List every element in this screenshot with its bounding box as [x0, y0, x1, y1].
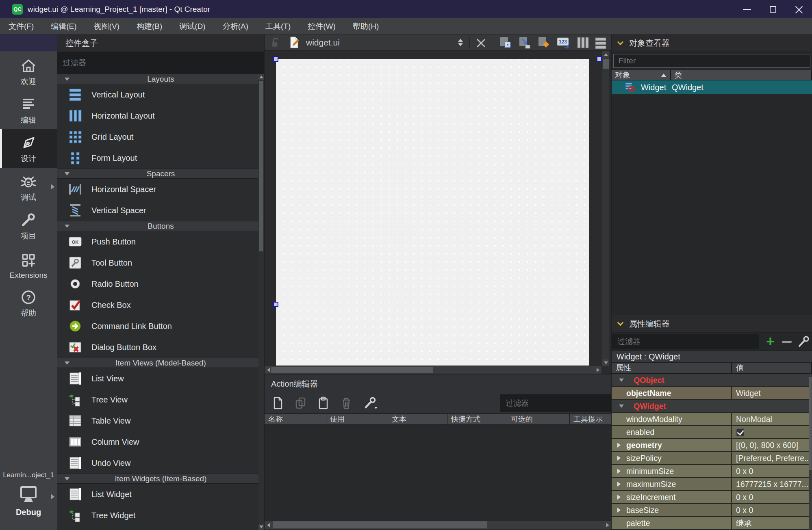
object-tree-row-widget[interactable]: Widget QWidget — [612, 80, 812, 94]
add-dynamic-property-button[interactable]: + — [766, 335, 775, 348]
category-layouts[interactable]: Layouts — [57, 74, 264, 84]
column-checkable[interactable]: 可选的 — [507, 414, 570, 425]
item-dialog-button-box[interactable]: Dialog Button Box — [57, 337, 264, 358]
scroll-right-button[interactable] — [604, 521, 611, 529]
mode-projects[interactable]: 项目 — [0, 206, 57, 245]
mode-welcome[interactable]: 欢迎 — [0, 52, 57, 91]
scroll-right-button[interactable] — [594, 366, 601, 374]
scrollbar-thumb[interactable] — [273, 521, 487, 528]
property-editor-scrollbar[interactable] — [809, 374, 812, 530]
item-form-layout[interactable]: Form Layout — [57, 147, 264, 169]
scrollbar-thumb[interactable] — [271, 367, 433, 373]
property-row-sizepolicy[interactable]: sizePolicy [Preferred, Preferre... — [612, 452, 812, 464]
close-document-button[interactable] — [476, 38, 485, 47]
expand-icon[interactable] — [617, 469, 621, 474]
scroll-down-button[interactable] — [602, 359, 609, 366]
property-row-geometry[interactable]: geometry [(0, 0), 800 x 600] — [612, 439, 812, 451]
resize-handle-top-left[interactable] — [273, 56, 278, 62]
property-group-qobject[interactable]: QObject — [612, 374, 812, 386]
resize-handle-left[interactable] — [273, 302, 278, 307]
item-horizontal-layout[interactable]: Horizontal Layout — [57, 105, 264, 126]
item-vertical-spacer[interactable]: Vertical Spacer — [57, 200, 264, 221]
scroll-left-button[interactable] — [265, 366, 272, 374]
mode-extensions[interactable]: Extensions — [0, 245, 57, 283]
mode-debug-submenu-arrow[interactable] — [51, 184, 54, 190]
edit-widgets-icon[interactable] — [499, 36, 512, 49]
property-row-objectname[interactable]: objectName Widget — [612, 387, 812, 399]
item-push-button[interactable]: OK Push Button — [57, 231, 264, 252]
item-tool-button[interactable]: Tool Button — [57, 252, 264, 273]
menu-tools[interactable]: 工具(T) — [257, 18, 299, 34]
column-shortcut[interactable]: 快捷方式 — [447, 414, 507, 425]
menu-view[interactable]: 视图(V) — [85, 18, 128, 34]
menu-build[interactable]: 构建(B) — [128, 18, 171, 34]
scrollbar-thumb[interactable] — [259, 81, 263, 251]
mode-design[interactable]: 设计 — [0, 129, 57, 168]
menu-debug[interactable]: 调试(D) — [171, 18, 214, 34]
edit-signals-slots-icon[interactable] — [518, 36, 532, 49]
expand-icon[interactable] — [617, 495, 621, 500]
new-action-icon[interactable] — [271, 396, 285, 411]
canvas-vertical-scrollbar[interactable] — [602, 51, 609, 366]
item-list-view[interactable]: List View — [57, 368, 264, 389]
close-button[interactable] — [786, 0, 812, 18]
column-used[interactable]: 使用 — [326, 414, 388, 425]
expand-icon[interactable] — [617, 456, 621, 461]
item-grid-layout[interactable]: Grid Layout — [57, 126, 264, 147]
mode-debug[interactable]: 调试 — [0, 168, 57, 206]
property-configure-icon[interactable] — [796, 334, 812, 349]
scrollbar-thumb[interactable] — [603, 59, 609, 69]
category-spacers[interactable]: Spacers — [57, 169, 264, 179]
expand-icon[interactable] — [617, 508, 621, 513]
maximize-button[interactable] — [760, 0, 786, 18]
property-row-palette[interactable]: palette 继承 — [612, 517, 812, 529]
item-tree-widget[interactable]: Tree Widget — [57, 505, 264, 526]
item-radio-button[interactable]: Radio Button — [57, 273, 264, 294]
edit-tab-order-icon[interactable]: 123 — [556, 36, 571, 49]
item-undo-view[interactable]: Undo View — [57, 452, 264, 474]
column-object[interactable]: 对象 — [612, 70, 671, 80]
property-editor-header[interactable]: 属性编辑器 — [612, 315, 812, 333]
layout-vertically-icon[interactable] — [594, 36, 607, 49]
paste-action-icon[interactable] — [317, 396, 330, 411]
item-command-link-button[interactable]: Command Link Button — [57, 316, 264, 337]
item-check-box[interactable]: Check Box — [57, 294, 264, 316]
action-editor-filter-input[interactable] — [500, 394, 611, 412]
object-inspector-header[interactable]: 对象查看器 — [612, 35, 812, 52]
property-filter-input[interactable] — [612, 334, 759, 349]
item-list-widget[interactable]: List Widget — [57, 484, 264, 505]
remove-dynamic-property-button[interactable] — [782, 341, 792, 343]
mode-edit[interactable]: 编辑 — [0, 91, 57, 129]
expand-icon[interactable] — [617, 443, 621, 448]
resize-handle-top-right[interactable] — [597, 56, 602, 62]
property-row-enabled[interactable]: enabled — [612, 426, 812, 438]
widget-box-filter-input[interactable] — [57, 52, 264, 74]
column-text[interactable]: 文本 — [388, 414, 447, 425]
document-switcher[interactable] — [458, 39, 463, 46]
property-row-minimumsize[interactable]: minimumSize 0 x 0 — [612, 465, 812, 477]
item-column-view[interactable]: Column View — [57, 431, 264, 452]
column-name[interactable]: 名称 — [265, 414, 326, 425]
expand-icon[interactable] — [617, 482, 621, 487]
configure-actions-icon[interactable] — [362, 396, 378, 411]
menu-analyze[interactable]: 分析(A) — [214, 18, 257, 34]
enabled-checkbox-checked[interactable] — [736, 428, 744, 436]
bottom-horizontal-scrollbar[interactable] — [265, 521, 611, 529]
minimize-button[interactable] — [734, 0, 760, 18]
delete-action-icon[interactable] — [339, 396, 353, 411]
scrollbar-thumb[interactable] — [809, 377, 812, 470]
edit-buddies-icon[interactable] — [537, 36, 551, 49]
menu-edit[interactable]: 编辑(E) — [42, 18, 85, 34]
column-tooltip[interactable]: 工具提示 — [570, 414, 611, 425]
kit-selector[interactable]: Debug — [0, 485, 57, 517]
scroll-down-button[interactable] — [258, 524, 264, 530]
property-row-sizeincrement[interactable]: sizeIncrement 0 x 0 — [612, 491, 812, 503]
property-row-windowmodality[interactable]: windowModality NonModal — [612, 413, 812, 425]
action-editor-empty-list[interactable] — [265, 425, 611, 521]
category-buttons[interactable]: Buttons — [57, 221, 264, 231]
canvas-horizontal-scrollbar[interactable] — [265, 366, 601, 374]
column-property[interactable]: 属性 — [612, 363, 732, 374]
layout-horizontally-icon[interactable] — [576, 36, 589, 49]
property-row-maximumsize[interactable]: maximumSize 16777215 x 16777... — [612, 478, 812, 490]
menu-widgets[interactable]: 控件(W) — [299, 18, 344, 34]
